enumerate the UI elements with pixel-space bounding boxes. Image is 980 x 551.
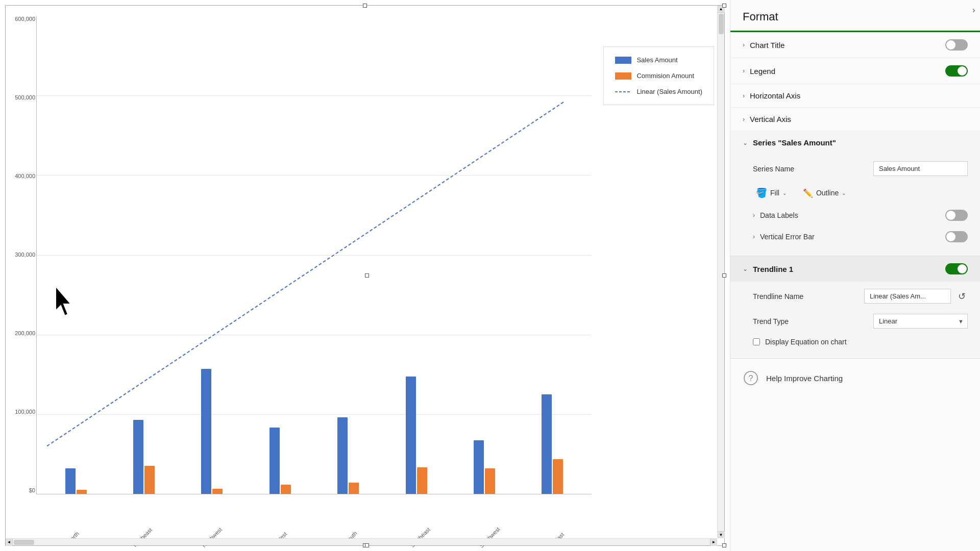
bars-south	[337, 417, 359, 494]
bar-south-sales[interactable]	[337, 417, 348, 494]
section-horizontal-axis[interactable]: › Horizontal Axis	[730, 84, 980, 108]
handle-tl[interactable]	[363, 4, 367, 8]
bar-group-southeast	[382, 377, 450, 494]
fill-button[interactable]: 🪣 Fill ⌄	[753, 185, 790, 201]
series-name-label: Series Name	[753, 165, 868, 173]
toggle-trendline[interactable]	[945, 263, 968, 274]
trendline-section: ⌄ Trendline 1 Trendline Name ↺ Trend Typ…	[730, 256, 980, 359]
bar-southeast-comm[interactable]	[417, 467, 427, 494]
toggle-chart-title[interactable]	[945, 39, 968, 51]
handle-bm[interactable]	[365, 543, 369, 547]
toggle-data-labels[interactable]	[945, 210, 968, 221]
bars-northwest	[201, 369, 223, 494]
bars-area	[37, 16, 592, 494]
legend-swatch-commission	[615, 72, 631, 80]
section-vertical-axis[interactable]: › Vertical Axis	[730, 108, 980, 131]
label-vertical-axis: Vertical Axis	[750, 115, 968, 123]
plot-area	[36, 16, 592, 494]
y-label-0: $0	[29, 487, 35, 493]
display-equation-row: Display Equation on chart	[753, 334, 968, 350]
label-legend: Legend	[750, 67, 945, 76]
label-chart-title: Chart Title	[750, 41, 945, 49]
bar-northeast-sales[interactable]	[133, 420, 143, 494]
trend-type-row: Trend Type Linear Exponential Logarithmi…	[753, 309, 968, 334]
bar-south-comm[interactable]	[349, 483, 359, 494]
bar-group-south	[314, 417, 382, 494]
label-horizontal-axis: Horizontal Axis	[750, 91, 968, 100]
bar-north-sales[interactable]	[65, 468, 76, 494]
trendline-reset-btn[interactable]: ↺	[956, 290, 968, 303]
collapse-btn[interactable]: ›	[968, 0, 980, 20]
scroll-thumb-v[interactable]	[719, 14, 724, 34]
handle-tr[interactable]	[722, 4, 726, 8]
format-title: Format	[743, 10, 968, 31]
fill-icon: 🪣	[756, 187, 767, 198]
bar-west-comm[interactable]	[281, 485, 291, 494]
toggle-error-bar[interactable]	[945, 231, 968, 242]
scrollbar-horizontal[interactable]: ◄ ►	[6, 538, 717, 545]
svg-text:?: ?	[749, 374, 753, 383]
display-equation-checkbox[interactable]	[753, 338, 760, 345]
legend-label-sales: Sales Amount	[636, 56, 677, 64]
bar-group-southwest	[450, 440, 518, 494]
chevron-vertical-axis: ›	[743, 116, 745, 123]
scroll-right-btn[interactable]: ►	[710, 539, 717, 546]
bar-north-comm[interactable]	[77, 490, 87, 494]
scroll-thumb-h[interactable]	[14, 540, 34, 545]
bar-east-sales[interactable]	[542, 394, 552, 494]
fill-outline-row: 🪣 Fill ⌄ ✏️ Outline ⌄	[753, 181, 968, 205]
y-label-6: 600,000	[15, 16, 35, 22]
y-label-2: 200,000	[15, 330, 35, 336]
toggle-legend[interactable]	[945, 65, 968, 77]
y-axis: $0 100,000 200,000 300,000 400,000 500,0…	[6, 16, 35, 494]
legend-item-sales: Sales Amount	[615, 56, 702, 64]
trend-type-select[interactable]: Linear Exponential Logarithmic Power Pol…	[873, 314, 968, 329]
bar-northwest-comm[interactable]	[212, 489, 223, 494]
chevron-trendline-down: ⌄	[743, 265, 748, 272]
trendline-name-row: Trendline Name ↺	[753, 284, 968, 309]
scroll-left-btn[interactable]: ◄	[6, 539, 13, 546]
y-label-3: 300,000	[15, 252, 35, 258]
bar-west-sales[interactable]	[270, 428, 280, 494]
bar-southwest-comm[interactable]	[485, 468, 495, 494]
bars-southeast	[406, 377, 427, 494]
bars-northeast	[133, 420, 155, 494]
section-series: ⌄ Series "Sales Amount" Series Name 🪣 Fi…	[730, 131, 980, 256]
bars-west	[270, 428, 291, 494]
handle-mr[interactable]	[722, 273, 726, 278]
trendline-header[interactable]: ⌄ Trendline 1	[730, 256, 980, 282]
handle-br[interactable]	[722, 543, 726, 547]
bar-southwest-sales[interactable]	[474, 440, 484, 494]
series-header[interactable]: ⌄ Series "Sales Amount"	[730, 131, 980, 154]
chart-plot-area: $0 100,000 200,000 300,000 400,000 500,0…	[36, 16, 592, 494]
fill-label: Fill	[770, 189, 779, 197]
help-section[interactable]: ? Help Improve Charting	[730, 359, 980, 397]
bars-southwest	[474, 440, 495, 494]
data-labels-row[interactable]: › Data Labels	[753, 205, 968, 226]
outline-button[interactable]: ✏️ Outline ⌄	[800, 186, 849, 200]
chevron-error-bar: ›	[753, 233, 755, 240]
chevron-data-labels: ›	[753, 212, 755, 219]
bar-southeast-sales[interactable]	[406, 377, 416, 494]
bar-northwest-sales[interactable]	[201, 369, 211, 494]
scroll-down-btn[interactable]: ▼	[718, 531, 725, 538]
bar-east-comm[interactable]	[553, 459, 563, 494]
handle-ml[interactable]	[365, 273, 369, 278]
series-name-row: Series Name	[753, 156, 968, 181]
y-label-1: 100,000	[15, 409, 35, 415]
series-name-input[interactable]	[873, 161, 968, 176]
scrollbar-vertical[interactable]: ▲ ▼	[717, 6, 724, 538]
display-equation-label: Display Equation on chart	[765, 338, 847, 346]
section-chart-title[interactable]: › Chart Title	[730, 32, 980, 58]
bar-group-northeast	[110, 420, 178, 494]
trendline-name-input[interactable]	[864, 289, 951, 304]
help-icon: ?	[743, 370, 759, 386]
trendline-name-label: Trendline Name	[753, 292, 859, 300]
label-series: Series "Sales Amount"	[753, 138, 968, 147]
outline-chevron-icon: ⌄	[842, 190, 846, 196]
section-legend[interactable]: › Legend	[730, 58, 980, 84]
series-body: Series Name 🪣 Fill ⌄ ✏️ Outline ⌄ ›	[730, 154, 980, 256]
format-panel: Format › › Chart Title › Legend › Horizo…	[730, 0, 980, 551]
vertical-error-bar-row[interactable]: › Vertical Error Bar	[753, 226, 968, 247]
bar-northeast-comm[interactable]	[144, 466, 155, 494]
